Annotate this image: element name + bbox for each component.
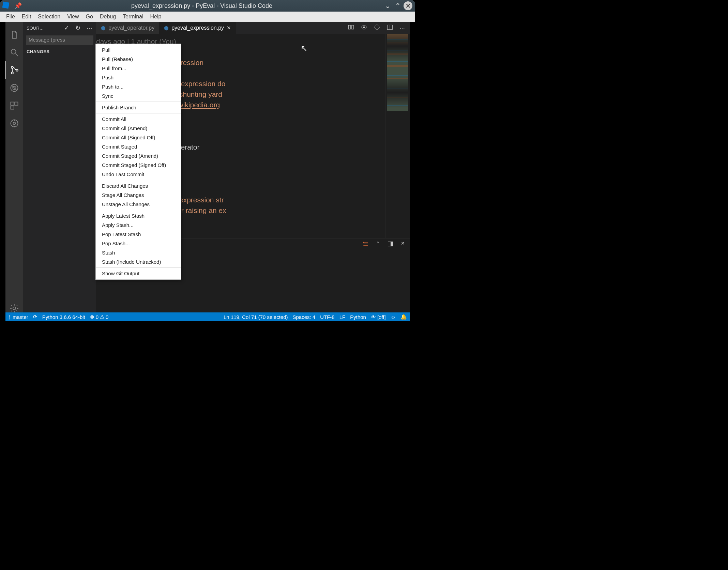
tab-label: pyeval_operator.py xyxy=(108,25,154,31)
explorer-icon[interactable] xyxy=(5,26,23,44)
status-cursor[interactable]: Ln 119, Col 71 (70 selected) xyxy=(224,314,288,320)
close-panel-icon[interactable]: ✕ xyxy=(401,241,405,248)
menu-pop-stash[interactable]: Pop Stash... xyxy=(96,239,181,248)
svg-rect-8 xyxy=(11,106,14,109)
window-close-button[interactable]: ✕ xyxy=(404,1,412,10)
preview-icon[interactable] xyxy=(361,24,367,32)
menu-publish-branch[interactable]: Publish Branch xyxy=(96,103,181,112)
split-icon[interactable] xyxy=(386,24,393,32)
more-icon[interactable]: ⋯ xyxy=(399,25,405,31)
window-minimize-button[interactable]: ⌄ xyxy=(383,1,392,10)
menu-pop-latest-stash[interactable]: Pop Latest Stash xyxy=(96,230,181,239)
compare-icon[interactable] xyxy=(348,24,354,32)
menu-commit-staged-amend[interactable]: Commit Staged (Amend) xyxy=(96,151,181,160)
scm-title: SOUR… xyxy=(27,26,48,31)
search-icon[interactable] xyxy=(5,44,23,61)
menu-edit[interactable]: Edit xyxy=(18,14,35,20)
scm-sidebar: SOUR… ✓ ↻ ⋯ Message (press CHANGES xyxy=(23,22,96,317)
menu-sync[interactable]: Sync xyxy=(96,91,181,101)
close-icon[interactable]: ✕ xyxy=(227,25,231,31)
scm-commit-icon[interactable]: ✓ xyxy=(64,24,69,32)
menu-debug[interactable]: Debug xyxy=(96,14,119,20)
window-titlebar: 📌 pyeval_expression.py - PyEval - Visual… xyxy=(0,0,415,12)
svg-point-14 xyxy=(363,27,365,28)
editor-actions: ⋯ xyxy=(348,22,410,34)
menu-commit-staged-signed[interactable]: Commit Staged (Signed Off) xyxy=(96,160,181,170)
menu-apply-latest-stash[interactable]: Apply Latest Stash xyxy=(96,211,181,220)
tab-pyeval-operator[interactable]: ⬢ pyeval_operator.py xyxy=(96,22,159,34)
menubar: File Edit Selection View Go Debug Termin… xyxy=(0,12,415,22)
scm-icon[interactable] xyxy=(5,61,23,79)
status-language[interactable]: Python xyxy=(350,314,366,320)
status-python[interactable]: Python 3.6.6 64-bit xyxy=(42,314,85,320)
minimap[interactable] xyxy=(385,34,410,238)
menu-separator xyxy=(96,113,181,113)
menu-pull-from[interactable]: Pull from... xyxy=(96,64,181,73)
menu-pull-rebase[interactable]: Pull (Rebase) xyxy=(96,55,181,64)
layout-icon[interactable] xyxy=(387,241,394,248)
scm-message-input[interactable]: Message (press xyxy=(26,35,93,45)
extensions-icon[interactable] xyxy=(5,97,23,114)
window-maximize-button[interactable]: ⌃ xyxy=(393,1,402,10)
status-feedback-icon[interactable]: ☺ xyxy=(391,314,396,320)
menu-push-to[interactable]: Push to... xyxy=(96,82,181,91)
svg-point-3 xyxy=(16,69,18,71)
menu-separator xyxy=(96,180,181,180)
diff-icon[interactable] xyxy=(374,24,380,32)
menu-view[interactable]: View xyxy=(64,14,82,20)
status-live-share[interactable]: 👁 [off] xyxy=(371,314,386,320)
menu-discard-all[interactable]: Discard All Changes xyxy=(96,181,181,190)
scm-header: SOUR… ✓ ↻ ⋯ xyxy=(23,22,96,34)
menu-pull[interactable]: Pull xyxy=(96,45,181,55)
menu-show-git-output[interactable]: Show Git Output xyxy=(96,269,181,278)
menu-go[interactable]: Go xyxy=(82,14,96,20)
menu-unstage-all[interactable]: Unstage All Changes xyxy=(96,200,181,209)
svg-rect-7 xyxy=(15,102,18,105)
menu-commit-staged[interactable]: Commit Staged xyxy=(96,142,181,151)
menu-commit-all-signed[interactable]: Commit All (Signed Off) xyxy=(96,133,181,142)
status-problems[interactable]: ⊗ 0 ⚠ 0 xyxy=(90,314,109,320)
scm-changes-section[interactable]: CHANGES xyxy=(23,47,96,56)
status-encoding[interactable]: UTF-8 xyxy=(320,314,335,320)
menu-file[interactable]: File xyxy=(3,14,18,20)
scm-refresh-icon[interactable]: ↻ xyxy=(75,24,80,32)
status-branch[interactable]: ᚶ master xyxy=(8,314,28,320)
window-title: pyeval_expression.py - PyEval - Visual S… xyxy=(22,2,382,10)
menu-apply-stash[interactable]: Apply Stash... xyxy=(96,220,181,230)
svg-point-10 xyxy=(13,122,16,125)
tab-pyeval-expression[interactable]: ⬢ pyeval_expression.py ✕ xyxy=(159,22,236,34)
svg-point-11 xyxy=(13,307,16,310)
menu-selection[interactable]: Selection xyxy=(34,14,64,20)
menu-push[interactable]: Push xyxy=(96,73,181,82)
status-eol[interactable]: LF xyxy=(339,314,346,320)
svg-point-1 xyxy=(11,66,13,68)
svg-point-0 xyxy=(11,49,16,54)
activity-bar xyxy=(5,22,23,317)
menu-stage-all[interactable]: Stage All Changes xyxy=(96,190,181,200)
branch-name: master xyxy=(13,314,28,320)
clear-icon[interactable] xyxy=(362,241,369,248)
menu-terminal[interactable]: Terminal xyxy=(119,14,147,20)
status-spaces[interactable]: Spaces: 4 xyxy=(292,314,315,320)
gitlens-icon[interactable] xyxy=(5,114,23,132)
scm-context-menu: Pull Pull (Rebase) Pull from... Push Pus… xyxy=(95,44,181,280)
menu-stash-untracked[interactable]: Stash (Include Untracked) xyxy=(96,257,181,266)
menu-commit-all[interactable]: Commit All xyxy=(96,114,181,124)
status-bell-icon[interactable]: 🔔 xyxy=(400,314,407,320)
menu-separator xyxy=(96,102,181,102)
editor-tabs: ⬢ pyeval_operator.py ⬢ pyeval_expression… xyxy=(96,22,410,34)
tab-label: pyeval_expression.py xyxy=(171,25,224,31)
menu-undo-commit[interactable]: Undo Last Commit xyxy=(96,170,181,179)
svg-rect-12 xyxy=(349,25,351,29)
scm-more-icon[interactable]: ⋯ xyxy=(87,24,93,32)
python-icon: ⬢ xyxy=(164,25,169,31)
menu-stash[interactable]: Stash xyxy=(96,248,181,257)
status-bar: ᚶ master ⟳ Python 3.6.6 64-bit ⊗ 0 ⚠ 0 L… xyxy=(5,312,410,321)
status-sync-icon[interactable]: ⟳ xyxy=(33,314,37,320)
python-icon: ⬢ xyxy=(101,25,106,31)
pin-icon[interactable]: 📌 xyxy=(14,2,22,10)
chevron-up-icon[interactable]: ⌃ xyxy=(376,241,380,248)
menu-help[interactable]: Help xyxy=(147,14,165,20)
debug-icon[interactable] xyxy=(5,79,23,97)
menu-commit-all-amend[interactable]: Commit All (Amend) xyxy=(96,124,181,133)
